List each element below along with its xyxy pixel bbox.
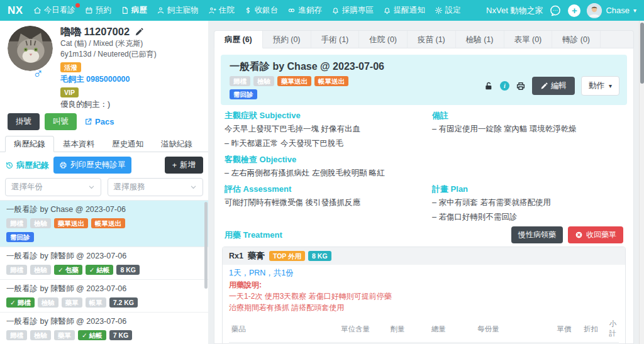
list-scrollbar[interactable] — [204, 202, 208, 289]
add-record-button[interactable]: + 新增 — [165, 157, 203, 174]
plus-icon: + — [172, 161, 177, 170]
topnav-item-3[interactable]: 病歷 — [121, 5, 147, 16]
status-badge: 歸檔 — [6, 330, 27, 340]
visit-tab-5[interactable]: 疫苗 (1) — [408, 31, 456, 48]
text-line: – 有固定使用一錠除 室內貓 環境乾淨乾燥 — [432, 123, 623, 135]
topnav-item-9[interactable]: 提醒通知 — [383, 5, 425, 16]
pacs-link[interactable]: Pacs — [84, 117, 114, 126]
status-badge: 檢驗 — [30, 265, 51, 275]
history-icon — [5, 161, 14, 170]
pacs-label: Pacs — [95, 117, 114, 126]
pet-card: ♂ 嚕嚕 11207002 Cat (貓) / Mixed (米克斯) 6y1m… — [0, 21, 208, 109]
visit-tab-1[interactable]: 病歷 (6) — [214, 31, 263, 48]
print-referral-button[interactable]: 列印歷史轉診單 — [53, 157, 131, 174]
record-title: 一般看診 by 陳醫師 @ 2023-07-06 — [6, 284, 202, 294]
topnav-item-6[interactable]: 收銀台 — [244, 5, 279, 16]
topnav-item-8[interactable]: 採購專區 — [331, 5, 374, 16]
user-plus-icon — [208, 6, 216, 14]
app-logo[interactable]: NX — [8, 4, 23, 17]
user-icon — [157, 6, 165, 14]
record-item-4[interactable]: 一般看診 by 陳醫師 @ 2023-07-06歸檔檢驗藥單✓ 結帳7 KG手術 — [0, 313, 208, 344]
table-col-header: 單位含量 — [338, 316, 388, 343]
topnav-label: 提醒通知 — [394, 5, 425, 16]
status-badge: 帳單送出 — [91, 218, 125, 228]
external-link-icon — [84, 118, 92, 126]
top-navbar: NX 今日看診預約病歷飼主寵物住院收銀台進銷存採購專區提醒通知設定 NxVet … — [0, 0, 644, 21]
print-referral-label: 列印歷史轉診單 — [70, 160, 126, 170]
add-record-label: 新增 — [180, 160, 196, 170]
page-scrollbar-thumb[interactable] — [640, 23, 644, 84]
visit-tab-6[interactable]: 檢驗 (1) — [456, 31, 504, 48]
file-icon — [121, 6, 129, 14]
visit-tab-4[interactable]: 住院 (0) — [359, 31, 408, 48]
topnav-label: 進銷存 — [298, 5, 322, 16]
unlock-icon[interactable] — [484, 81, 494, 91]
status-badge: ✓ 結帳 — [86, 265, 114, 275]
year-select[interactable]: 選擇年份 — [5, 178, 101, 196]
call-number-button[interactable]: 叫號 — [45, 113, 77, 130]
bell-icon — [331, 6, 340, 14]
printer-icon[interactable] — [516, 81, 526, 91]
register-button[interactable]: 掛號 — [8, 113, 40, 130]
calendar-icon — [85, 6, 93, 14]
chat-icon[interactable] — [549, 4, 562, 17]
table-col-header: 藥品 — [229, 316, 338, 343]
record-item-1[interactable]: 一般看診 by Chase @ 2023-07-06歸檔檢驗藥單送出帳單送出需回… — [0, 201, 208, 247]
sidebar-tab-2[interactable]: 基本資料 — [54, 136, 103, 152]
topnav-label: 今日看診 — [44, 5, 75, 16]
topnav-item-2[interactable]: 預約 — [85, 5, 111, 16]
topnav-item-5[interactable]: 住院 — [208, 5, 235, 16]
topnav-item-7[interactable]: 進銷存 — [287, 5, 322, 16]
user-menu[interactable]: Chase ▾ — [587, 3, 636, 18]
medication-table: 藥品單位含量劑量總量每份量單價折扣小計 預設劑量 貓10mg5mg/tab10m… — [229, 316, 619, 344]
status-badge: 藥單 — [54, 330, 75, 340]
record-item-2[interactable]: 一般看診 by 陳醫師 @ 2023-07-06歸檔檢驗✓ 包藥✓ 結帳8 KG — [0, 247, 208, 280]
sidebar-tab-1[interactable]: 病歷紀錄 — [5, 136, 54, 152]
patient-sidebar: ♂ 嚕嚕 11207002 Cat (貓) / Mixed (米克斯) 6y1m… — [0, 21, 208, 344]
pet-photo[interactable] — [8, 26, 53, 71]
file-icon — [121, 6, 129, 14]
pet-species: Cat (貓) / Mixed (米克斯) — [60, 39, 157, 48]
visit-tab-2[interactable]: 預約 (0) — [263, 31, 311, 48]
record-badges: ✓ 歸檔檢驗藥單帳單7.2 KG — [6, 297, 202, 308]
sidebar-tab-3[interactable]: 歷史通知 — [103, 136, 152, 152]
status-badge: 7.2 KG — [109, 297, 138, 308]
status-badge: 藥單送出 — [54, 218, 88, 228]
chevron-down-icon: ▾ — [609, 82, 612, 89]
recall-prescription-button[interactable]: 收回藥單 — [568, 226, 623, 243]
pencil-icon — [540, 82, 548, 90]
visit-actions: i 編輯 動作 ▾ — [484, 76, 619, 96]
edit-visit-button[interactable]: 編輯 — [532, 77, 575, 95]
rx-header: Rx1 藥膏 TOP 外用8 KG — [223, 247, 625, 265]
service-select[interactable]: 選擇服務 — [108, 178, 204, 196]
sidebar-tabs: 病歷紀錄基本資料歷史通知溢缺紀錄 — [0, 136, 208, 152]
topnav-item-1[interactable]: 今日看診 — [33, 5, 75, 16]
record-item-3[interactable]: 一般看診 by 陳醫師 @ 2023-07-06✓ 歸檔檢驗藥單帳單7.2 KG — [0, 280, 208, 313]
add-icon[interactable]: + — [568, 4, 580, 17]
page-scrollbar[interactable] — [639, 21, 644, 344]
bell-icon — [383, 6, 391, 14]
status-badge: ✓ 結帳 — [78, 330, 106, 340]
visit-tab-8[interactable]: 轉診 (0) — [552, 31, 601, 48]
sidebar-tab-4[interactable]: 溢缺紀錄 — [152, 136, 201, 152]
topnav-item-4[interactable]: 飼主寵物 — [157, 5, 199, 16]
edit-pet-icon[interactable] — [135, 28, 143, 36]
dollar-icon — [244, 6, 252, 14]
text-line: 可能打鬧時有輕微受傷 後引發搔抓反應 — [225, 197, 416, 208]
owner-phone-link[interactable]: 毛飼主 0985000000 — [60, 74, 157, 84]
record-badges: 歸檔檢驗✓ 包藥✓ 結帳8 KG — [6, 265, 202, 275]
prescription-box: Rx1 藥膏 TOP 外用8 KG 1天，PRN，共1份 用藥說明: 一天1-2… — [222, 247, 626, 344]
chevron-down-icon — [190, 184, 197, 191]
subjective-section: 主觀症狀 Subjective 今天早上發現下巴毛掉一塊 好像有出血– 昨天都還… — [225, 111, 416, 149]
plan-title: 計畫 Plan — [432, 184, 623, 194]
visit-tab-7[interactable]: 表單 (0) — [504, 31, 553, 48]
topnav-item-10[interactable]: 設定 — [435, 5, 461, 16]
chevron-down-icon: ▾ — [633, 7, 636, 14]
visit-tab-3[interactable]: 手術 (1) — [311, 31, 360, 48]
chronic-refill-button[interactable]: 慢性病領藥 — [511, 226, 563, 243]
actions-dropdown-button[interactable]: 動作 ▾ — [581, 76, 619, 96]
chevron-down-icon — [88, 184, 95, 191]
recall-prescription-label: 收回藥單 — [586, 230, 616, 240]
rx-number: Rx1 — [229, 252, 243, 260]
info-icon[interactable]: i — [500, 81, 509, 91]
